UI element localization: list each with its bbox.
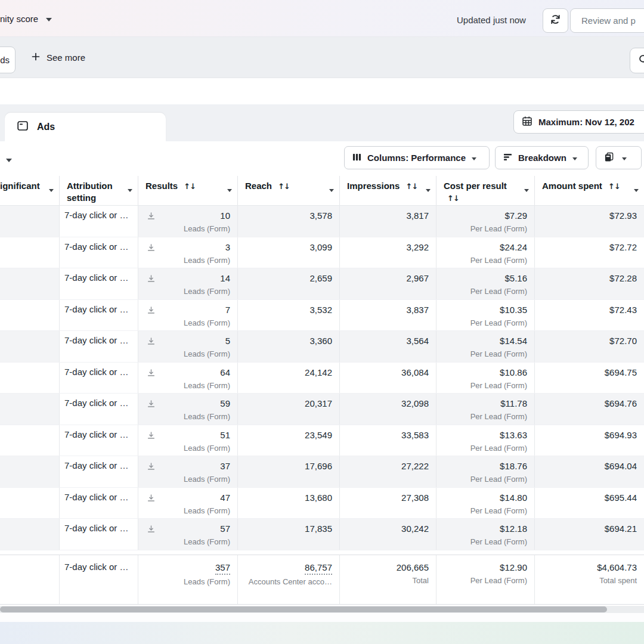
download-icon[interactable]: [147, 431, 156, 442]
table-header: ignificantAttribution settingResults ↑↓R…: [0, 176, 644, 206]
cell-attribution-setting: 7-day click or …: [60, 555, 138, 604]
cell-reach: 3,578: [238, 206, 340, 237]
cell-results-total: 357 Leads (Form): [138, 555, 238, 604]
reports-button[interactable]: [596, 146, 642, 169]
reach-total-value[interactable]: 86,757: [305, 562, 332, 575]
sort-icon[interactable]: ↑↓: [447, 194, 459, 203]
cell-significant: [0, 237, 60, 268]
download-icon[interactable]: [147, 494, 156, 505]
columns-icon: [352, 153, 361, 163]
cell-results: 7Leads (Form): [138, 300, 238, 331]
table-row[interactable]: 7-day click or …59Leads (Form)20,31732,0…: [0, 394, 644, 425]
ads-tab-label: Ads: [37, 122, 55, 132]
see-more-button[interactable]: See more: [31, 37, 85, 78]
column-header-results[interactable]: Results ↑↓: [138, 176, 238, 205]
opportunity-score-dropdown[interactable]: nity score: [0, 14, 52, 24]
cell-reach: 3,360: [238, 331, 340, 362]
cell-amount-spent: $72.43: [535, 300, 644, 331]
results-total-sublabel: Leads (Form): [184, 577, 230, 587]
cell-attribution-setting: 7-day click or …: [60, 300, 138, 331]
download-icon[interactable]: [147, 274, 156, 286]
column-menu-caret-icon[interactable]: [128, 189, 132, 192]
see-more-label: See more: [47, 52, 85, 63]
table-body: 7-day click or …10Leads (Form)3,5783,817…: [0, 206, 644, 550]
cell-impressions: 3,292: [340, 237, 436, 268]
results-total-value[interactable]: 357: [215, 562, 230, 575]
search-button[interactable]: [630, 48, 644, 73]
table-row[interactable]: 7-day click or …47Leads (Form)13,68027,3…: [0, 488, 644, 519]
sort-icon[interactable]: ↑↓: [184, 182, 196, 191]
cell-impressions: 2,967: [340, 268, 436, 299]
download-icon[interactable]: [147, 525, 156, 536]
cell-significant: [0, 363, 60, 394]
download-icon[interactable]: [147, 212, 156, 223]
spent-total-sublabel: Total spent: [599, 575, 637, 586]
refresh-button[interactable]: [543, 8, 568, 33]
collapsed-dropdown-caret-icon[interactable]: [6, 159, 12, 162]
filter-bar: ds See more: [0, 37, 644, 78]
cell-reach: 24,142: [238, 363, 340, 394]
sort-icon[interactable]: ↑↓: [406, 182, 418, 191]
table-row[interactable]: 7-day click or …3Leads (Form)3,0993,292$…: [0, 237, 644, 269]
horizontal-scrollbar-thumb[interactable]: [0, 606, 607, 612]
column-header-attribution-setting[interactable]: Attribution setting: [60, 176, 138, 205]
table-toolbar: Columns: Performance Breakdown: [0, 141, 644, 176]
cell-impressions: 32,098: [340, 394, 436, 425]
chevron-down-icon: [472, 157, 476, 160]
cell-results: 3Leads (Form): [138, 237, 238, 268]
column-header-reach[interactable]: Reach ↑↓: [238, 176, 340, 205]
cell-significant: [0, 425, 60, 456]
cell-reach: 17,696: [238, 456, 340, 487]
download-icon[interactable]: [147, 369, 156, 380]
cell-impressions-total: 206,665 Total: [340, 555, 436, 604]
cost-total-sublabel: Per Lead (Form): [470, 575, 527, 586]
column-menu-caret-icon[interactable]: [634, 189, 639, 192]
cell-reach-total: 86,757 Accounts Center acco…: [238, 555, 340, 604]
column-menu-caret-icon[interactable]: [426, 189, 431, 192]
columns-button[interactable]: Columns: Performance: [344, 146, 490, 169]
search-icon: [639, 54, 644, 67]
cell-significant: [0, 519, 60, 550]
updated-status: Updated just now: [457, 15, 526, 25]
sort-icon[interactable]: ↑↓: [278, 182, 290, 191]
download-icon[interactable]: [147, 400, 156, 411]
table-row[interactable]: 7-day click or …37Leads (Form)17,69627,2…: [0, 456, 644, 488]
tab-ads[interactable]: Ads: [5, 113, 166, 141]
table-row[interactable]: 7-day click or …57Leads (Form)17,83530,2…: [0, 519, 644, 550]
table-row[interactable]: 7-day click or …64Leads (Form)24,14236,0…: [0, 363, 644, 394]
date-range-button[interactable]: Maximum: Nov 12, 202: [513, 110, 644, 134]
table-row[interactable]: 7-day click or …10Leads (Form)3,5783,817…: [0, 206, 644, 237]
download-icon[interactable]: [147, 306, 156, 317]
column-menu-caret-icon[interactable]: [227, 189, 232, 192]
cell-amount-spent: $72.28: [535, 268, 644, 299]
table-row[interactable]: 7-day click or …5Leads (Form)3,3603,564$…: [0, 331, 644, 363]
cell-amount-spent: $72.93: [535, 206, 644, 237]
ads-tab-icon: [17, 120, 29, 134]
column-menu-caret-icon[interactable]: [329, 189, 334, 192]
column-menu-caret-icon[interactable]: [524, 189, 529, 192]
cell-results: 10Leads (Form): [138, 206, 238, 237]
breakdown-button-label: Breakdown: [518, 153, 566, 163]
horizontal-scrollbar[interactable]: [0, 606, 644, 613]
table-row[interactable]: 7-day click or …51Leads (Form)23,54933,5…: [0, 425, 644, 457]
cell-results: 59Leads (Form): [138, 394, 238, 425]
table-row[interactable]: 7-day click or …7Leads (Form)3,5323,837$…: [0, 300, 644, 332]
cell-significant: [0, 331, 60, 362]
column-header-amount-spent[interactable]: Amount spent ↑↓: [535, 176, 644, 205]
column-header-cost-per-result[interactable]: Cost per result ↑↓: [436, 176, 535, 205]
breakdown-button[interactable]: Breakdown: [495, 146, 589, 169]
column-menu-caret-icon[interactable]: [49, 189, 54, 192]
sort-icon[interactable]: ↑↓: [608, 182, 620, 191]
download-icon[interactable]: [147, 243, 156, 255]
column-header-significant[interactable]: ignificant: [0, 176, 60, 205]
download-icon[interactable]: [147, 462, 156, 473]
cell-attribution-setting: 7-day click or …: [60, 425, 138, 456]
review-and-publish-button[interactable]: Review and p: [570, 8, 644, 33]
review-and-publish-label: Review and p: [581, 16, 636, 26]
ads-filter-tab[interactable]: ds: [0, 47, 16, 73]
impressions-total-sublabel: Total: [413, 575, 429, 586]
column-header-impressions[interactable]: Impressions ↑↓: [340, 176, 436, 205]
download-icon[interactable]: [147, 337, 156, 348]
cell-cost-per-result: $12.18Per Lead (Form): [436, 519, 535, 550]
table-row[interactable]: 7-day click or …14Leads (Form)2,6592,967…: [0, 268, 644, 300]
